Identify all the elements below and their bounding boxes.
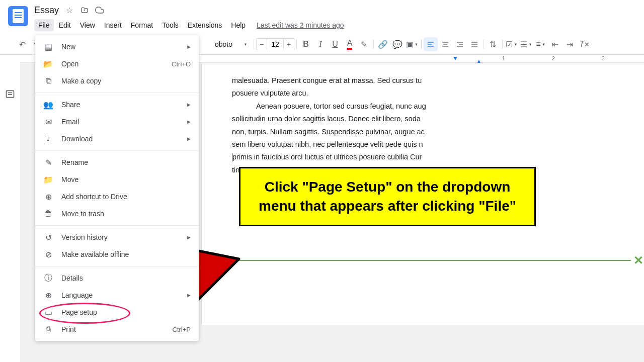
menu-new[interactable]: ▤New► (35, 38, 199, 55)
menu-edit[interactable]: Edit (55, 19, 75, 31)
email-icon: ✉ (43, 117, 53, 127)
close-break-icon[interactable]: ✕ (631, 253, 644, 268)
menu-version-history[interactable]: ↺Version history► (35, 229, 199, 246)
underline-button[interactable]: U (328, 37, 342, 51)
indent-button[interactable]: ⇥ (563, 37, 577, 51)
align-center-button[interactable] (438, 37, 452, 51)
menu-download[interactable]: ⭳Download► (35, 130, 199, 147)
bold-button[interactable]: B (299, 37, 313, 51)
line-spacing-button[interactable]: ⇅ (486, 37, 500, 51)
docs-logo[interactable] (8, 6, 28, 26)
print-icon: ⎙ (43, 324, 53, 334)
annotation-callout: Click "Page Setup" on the dropdown menu … (239, 167, 536, 226)
body-text: malesuada. Praesent congue erat at massa… (232, 74, 644, 87)
indent-marker-icon[interactable]: ▼ (452, 55, 458, 62)
font-size-value[interactable]: 12 (267, 38, 283, 50)
globe-icon: ⊕ (43, 290, 53, 300)
clear-format-button[interactable]: T✕ (578, 37, 592, 51)
body-text: sem libero volutpat nibh, nec pellentesq… (232, 138, 644, 151)
menu-insert[interactable]: Insert (100, 19, 126, 31)
body-text: posuere vulputate arcu. (232, 87, 644, 100)
ruler-label: 3 (602, 56, 605, 61)
number-list-button[interactable]: ≡▼ (534, 37, 548, 51)
menu-print[interactable]: ⎙PrintCtrl+P (35, 321, 199, 338)
menu-email[interactable]: ✉Email► (35, 113, 199, 130)
shortcut-icon: ⊕ (43, 192, 53, 202)
comment-button[interactable]: 💬 (390, 37, 405, 51)
star-icon[interactable]: ☆ (65, 6, 74, 15)
last-edit-link[interactable]: Last edit was 2 minutes ago (257, 21, 344, 29)
menu-move[interactable]: 📁Move (35, 171, 199, 188)
font-size-plus[interactable]: + (283, 38, 294, 50)
copy-icon: ⧉ (43, 76, 53, 86)
undo-button[interactable]: ↶ (15, 37, 29, 51)
bullet-list-button[interactable]: ☰▼ (519, 37, 533, 51)
document-title[interactable]: Essay (34, 5, 59, 16)
menu-make-copy[interactable]: ⧉Make a copy (35, 72, 199, 89)
cloud-status-icon[interactable] (95, 6, 104, 15)
image-button[interactable]: ▣▼ (405, 37, 419, 51)
font-selector[interactable]: oboto▼ (211, 40, 252, 48)
menu-tools[interactable]: Tools (158, 19, 183, 31)
folder-icon: 📂 (43, 59, 53, 69)
menu-open[interactable]: 📂OpenCtrl+O (35, 55, 199, 72)
ruler-label: 1 (502, 56, 505, 61)
body-text: primis in faucibus orci luctus et ultric… (232, 151, 644, 163)
menu-language[interactable]: ⊕Language► (35, 287, 199, 304)
new-doc-icon: ▤ (43, 42, 53, 52)
body-text: Aenean posuere, tortor sed cursus feugia… (232, 100, 644, 113)
align-justify-button[interactable] (467, 37, 481, 51)
menu-share[interactable]: 👥Share► (35, 96, 199, 113)
checklist-button[interactable]: ☑▼ (505, 37, 519, 51)
body-text: sollicitudin urna dolor sagittis lacus. … (232, 113, 644, 125)
share-icon: 👥 (43, 100, 53, 110)
menu-view[interactable]: View (76, 19, 99, 31)
italic-button[interactable]: I (313, 37, 328, 51)
menu-details[interactable]: ⓘDetails (35, 269, 199, 287)
highlight-button[interactable]: ✎ (357, 37, 371, 51)
align-right-button[interactable] (453, 37, 467, 51)
page-setup-icon: ▭ (43, 307, 53, 317)
info-icon: ⓘ (43, 273, 53, 283)
body-text: non, turpis. Nullam sagittis. Suspendiss… (232, 126, 644, 138)
rename-icon: ✎ (43, 157, 53, 167)
history-icon: ↺ (43, 232, 53, 242)
move-folder-icon[interactable] (80, 6, 89, 15)
ruler-label: 2 (552, 56, 555, 61)
move-icon: 📁 (43, 174, 53, 185)
link-button[interactable]: 🔗 (376, 37, 390, 51)
font-size-minus[interactable]: − (256, 38, 267, 50)
menu-help[interactable]: Help (227, 19, 250, 31)
offline-icon: ⊘ (43, 249, 53, 259)
menu-format[interactable]: Format (127, 19, 157, 31)
menu-extensions[interactable]: Extensions (184, 19, 226, 31)
menu-file[interactable]: File (34, 19, 54, 31)
page-break-indicator: ✕ (202, 253, 644, 268)
text-color-button[interactable]: A (343, 37, 357, 51)
menu-page-setup[interactable]: ▭Page setup (35, 304, 199, 321)
align-left-button[interactable] (424, 37, 438, 51)
menu-shortcut[interactable]: ⊕Add shortcut to Drive (35, 188, 199, 205)
menu-offline[interactable]: ⊘Make available offline (35, 246, 199, 263)
outdent-button[interactable]: ⇤ (548, 37, 562, 51)
outline-icon[interactable] (4, 88, 16, 100)
download-icon: ⭳ (43, 134, 53, 144)
trash-icon: 🗑 (43, 209, 53, 219)
menu-trash[interactable]: 🗑Move to trash (35, 205, 199, 222)
file-dropdown-menu: ▤New► 📂OpenCtrl+O ⧉Make a copy 👥Share► ✉… (35, 35, 199, 341)
menu-rename[interactable]: ✎Rename (35, 154, 199, 171)
